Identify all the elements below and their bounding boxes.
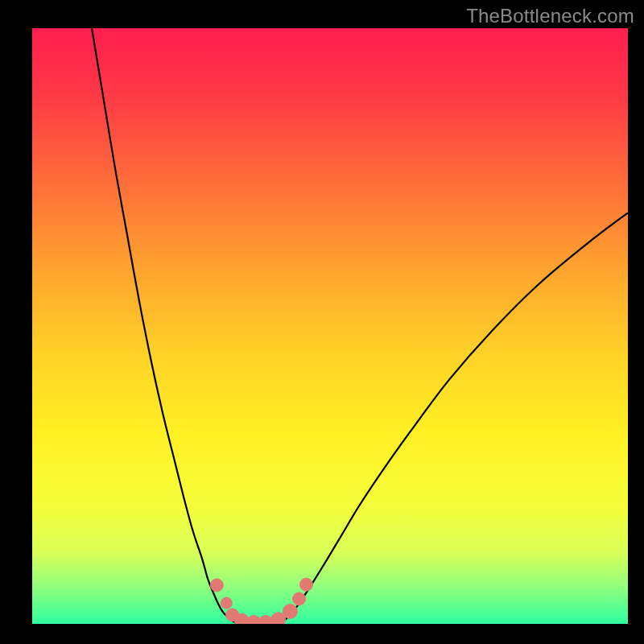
curve-marker [283, 604, 297, 618]
watermark-text: TheBottleneck.com [466, 5, 634, 27]
curve-marker [210, 579, 223, 592]
bottleneck-chart [0, 0, 644, 644]
curve-marker [299, 578, 312, 591]
chart-frame: { "watermark": "TheBottleneck.com", "plo… [0, 0, 644, 644]
curve-marker [293, 592, 306, 605]
curve-marker [221, 597, 232, 609]
plot-background [32, 28, 628, 624]
curve-marker [258, 616, 273, 630]
